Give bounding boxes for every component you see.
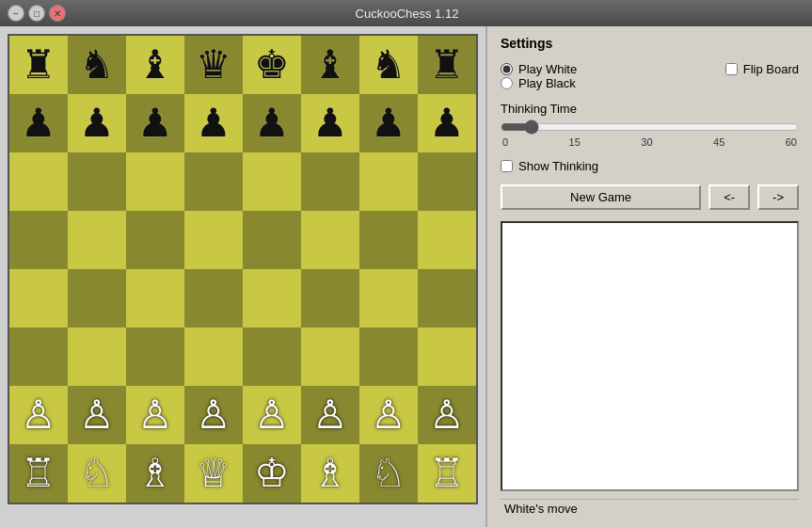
cell-r3c4[interactable] <box>243 211 301 269</box>
white-piece: ♙ <box>312 395 348 435</box>
cell-r6c7[interactable]: ♙ <box>418 386 476 444</box>
play-black-label: Play Black <box>518 76 576 90</box>
black-piece: ♟ <box>429 104 465 143</box>
cell-r0c0[interactable]: ♜ <box>9 36 68 94</box>
main-container: ♜♞♝♛♚♝♞♜♟♟♟♟♟♟♟♟♙♙♙♙♙♙♙♙♖♘♗♕♔♗♘♖ Setting… <box>0 26 812 527</box>
cell-r3c7[interactable] <box>418 211 476 269</box>
cell-r4c6[interactable] <box>359 269 418 327</box>
cell-r2c3[interactable] <box>184 152 243 211</box>
cell-r4c1[interactable] <box>68 269 126 327</box>
cell-r3c3[interactable] <box>184 211 243 269</box>
cell-r3c1[interactable] <box>68 211 126 269</box>
move-history[interactable] <box>501 221 799 491</box>
new-game-button[interactable]: New Game <box>501 184 701 210</box>
cell-r0c1[interactable]: ♞ <box>68 36 126 94</box>
flip-board-checkbox[interactable] <box>725 63 738 75</box>
cell-r0c7[interactable]: ♜ <box>418 36 476 94</box>
cell-r0c2[interactable]: ♝ <box>126 36 184 94</box>
cell-r7c0[interactable]: ♖ <box>9 444 68 503</box>
cell-r7c7[interactable]: ♖ <box>418 444 476 503</box>
cell-r5c0[interactable] <box>9 327 68 386</box>
play-white-row: Play White <box>501 62 577 76</box>
cell-r0c5[interactable]: ♝ <box>301 36 359 94</box>
cell-r2c6[interactable] <box>359 152 418 211</box>
button-row: New Game <- -> <box>501 184 799 210</box>
cell-r3c2[interactable] <box>126 211 184 269</box>
cell-r4c5[interactable] <box>301 269 359 327</box>
cell-r7c3[interactable]: ♕ <box>184 444 243 503</box>
cell-r0c6[interactable]: ♞ <box>359 36 418 94</box>
cell-r2c1[interactable] <box>68 152 126 211</box>
cell-r1c7[interactable]: ♟ <box>418 94 476 152</box>
cell-r2c2[interactable] <box>126 152 184 211</box>
cell-r7c4[interactable]: ♔ <box>243 444 301 503</box>
cell-r5c6[interactable] <box>359 327 418 386</box>
cell-r2c5[interactable] <box>301 152 359 211</box>
cell-r5c4[interactable] <box>243 327 301 386</box>
cell-r4c3[interactable] <box>184 269 243 327</box>
cell-r7c2[interactable]: ♗ <box>126 444 184 503</box>
cell-r5c1[interactable] <box>68 327 126 386</box>
cell-r3c0[interactable] <box>9 211 68 269</box>
status-bar: White's move <box>501 499 799 518</box>
cell-r7c5[interactable]: ♗ <box>301 444 359 503</box>
cell-r7c6[interactable]: ♘ <box>359 444 418 503</box>
cell-r6c2[interactable]: ♙ <box>126 386 184 444</box>
black-piece: ♞ <box>79 45 115 85</box>
cell-r5c3[interactable] <box>184 327 243 386</box>
forward-button[interactable]: -> <box>757 184 799 210</box>
white-piece: ♖ <box>429 454 465 493</box>
cell-r1c6[interactable]: ♟ <box>359 94 418 152</box>
cell-r6c5[interactable]: ♙ <box>301 386 359 444</box>
title-bar: − □ ✕ CuckooChess 1.12 <box>0 0 812 26</box>
cell-r4c4[interactable] <box>243 269 301 327</box>
maximize-button[interactable]: □ <box>28 5 45 22</box>
cell-r1c5[interactable]: ♟ <box>301 94 359 152</box>
white-piece: ♙ <box>254 395 290 435</box>
flip-board-section: Flip Board <box>725 62 799 76</box>
play-black-radio[interactable] <box>501 77 513 89</box>
play-white-radio[interactable] <box>501 63 513 75</box>
minimize-button[interactable]: − <box>8 5 24 22</box>
cell-r5c5[interactable] <box>301 327 359 386</box>
cell-r5c7[interactable] <box>418 327 476 386</box>
settings-title: Settings <box>501 36 799 51</box>
cell-r7c1[interactable]: ♘ <box>68 444 126 503</box>
cell-r6c4[interactable]: ♙ <box>243 386 301 444</box>
cell-r4c0[interactable] <box>9 269 68 327</box>
white-piece: ♙ <box>79 395 115 435</box>
cell-r0c4[interactable]: ♚ <box>243 36 301 94</box>
cell-r0c3[interactable]: ♛ <box>184 36 243 94</box>
black-piece: ♟ <box>196 104 231 143</box>
color-settings: Play White Play Black <box>501 62 577 90</box>
white-piece: ♘ <box>371 454 406 493</box>
cell-r6c6[interactable]: ♙ <box>359 386 418 444</box>
black-piece: ♟ <box>312 104 348 143</box>
black-piece: ♛ <box>196 45 231 85</box>
tick-45: 45 <box>713 136 724 148</box>
cell-r1c0[interactable]: ♟ <box>9 94 68 152</box>
cell-r2c0[interactable] <box>9 152 68 211</box>
cell-r3c5[interactable] <box>301 211 359 269</box>
close-button[interactable]: ✕ <box>49 5 66 22</box>
back-button[interactable]: <- <box>709 184 750 210</box>
cell-r1c4[interactable]: ♟ <box>243 94 301 152</box>
slider-ticks: 0 15 30 45 60 <box>501 136 799 148</box>
white-piece: ♙ <box>21 395 56 435</box>
cell-r6c1[interactable]: ♙ <box>68 386 126 444</box>
cell-r2c4[interactable] <box>243 152 301 211</box>
cell-r6c0[interactable]: ♙ <box>9 386 68 444</box>
cell-r4c2[interactable] <box>126 269 184 327</box>
white-piece: ♙ <box>429 395 465 435</box>
cell-r3c6[interactable] <box>359 211 418 269</box>
cell-r1c1[interactable]: ♟ <box>68 94 126 152</box>
cell-r1c2[interactable]: ♟ <box>126 94 184 152</box>
show-thinking-checkbox[interactable] <box>501 160 513 172</box>
cell-r2c7[interactable] <box>418 152 476 211</box>
cell-r6c3[interactable]: ♙ <box>184 386 243 444</box>
cell-r1c3[interactable]: ♟ <box>184 94 243 152</box>
cell-r5c2[interactable] <box>126 327 184 386</box>
status-text: White's move <box>504 502 578 516</box>
thinking-time-slider[interactable] <box>501 120 799 135</box>
cell-r4c7[interactable] <box>418 269 476 327</box>
